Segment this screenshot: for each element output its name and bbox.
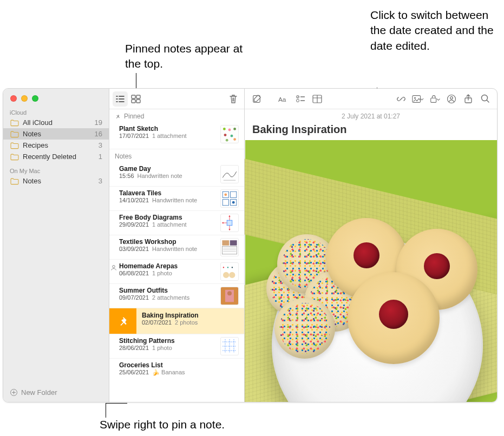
note-row[interactable]: Homemade Arepas 06/08/20211 photo ●●●	[109, 260, 244, 284]
note-date: 14/10/2021	[119, 197, 149, 203]
folder-icon	[10, 177, 19, 185]
note-snippet: 🍌 Bananas	[152, 369, 185, 376]
note-row-pinned[interactable]: Plant Sketch 17/07/20211 attachment	[109, 122, 244, 149]
note-row[interactable]: Stitching Patterns 28/06/20211 photo	[109, 334, 244, 359]
table-button[interactable]	[310, 91, 325, 107]
note-image[interactable]	[245, 140, 497, 402]
svg-point-39	[227, 291, 232, 295]
sidebar-item-count: 16	[95, 130, 102, 138]
note-thumbnail	[220, 165, 239, 183]
callout-swipe: Swipe right to pin a note.	[100, 417, 225, 432]
note-date: 28/06/2021	[119, 345, 149, 351]
gallery-view-icon	[131, 95, 141, 103]
note-row[interactable]: Free Body Diagrams 29/09/20211 attachmen…	[109, 211, 244, 235]
note-date: 06/08/2021	[119, 270, 149, 276]
note-date: 03/09/2021	[119, 246, 149, 252]
pin-icon	[115, 114, 121, 120]
plus-circle-icon	[10, 388, 18, 397]
search-button[interactable]	[477, 91, 493, 107]
svg-rect-28	[230, 240, 237, 246]
note-title: Plant Sketch	[119, 125, 217, 133]
format-button[interactable]: Aa	[276, 91, 291, 107]
svg-text:●: ●	[227, 266, 228, 269]
svg-point-35	[223, 272, 229, 278]
note-date: 25/06/2021	[119, 369, 149, 376]
callout-swipe-line	[106, 403, 106, 418]
sidebar-item-all-icloud[interactable]: All iCloud 19	[3, 117, 109, 128]
svg-rect-27	[222, 240, 229, 246]
pinned-section-label: Pinned	[124, 113, 144, 120]
media-button[interactable]	[410, 91, 426, 107]
sidebar-item-recently-deleted[interactable]: Recently Deleted 1	[3, 151, 109, 162]
lock-icon	[429, 94, 440, 104]
note-row[interactable]: Talavera Tiles 14/10/2021Handwritten not…	[109, 187, 244, 211]
note-snippet: Handwritten note	[138, 173, 182, 179]
compose-icon	[252, 94, 261, 104]
note-thumbnail	[220, 125, 239, 143]
svg-rect-3	[132, 100, 135, 103]
note-date: 17/07/2021	[119, 133, 149, 139]
folder-icon	[10, 119, 19, 127]
sidebar-item-local-notes[interactable]: Notes 3	[3, 175, 109, 187]
sidebar: iCloud All iCloud 19 Notes 16 Recipes 3 …	[3, 89, 109, 402]
note-row[interactable]: Groceries List 25/06/2021🍌 Bananas	[109, 359, 244, 379]
checklist-button[interactable]	[293, 91, 308, 107]
note-row[interactable]: Summer Outfits 09/07/20212 attachments	[109, 284, 244, 308]
link-note-button[interactable]	[394, 91, 409, 107]
svg-point-36	[229, 272, 235, 278]
note-snippet: 1 photo	[152, 345, 172, 351]
sidebar-item-notes[interactable]: Notes 16	[3, 128, 109, 140]
note-row[interactable]: Game Day 15:56Handwritten note	[109, 162, 244, 187]
note-snippet: Handwritten note	[152, 246, 197, 252]
pin-action-button[interactable]	[109, 308, 136, 334]
note-title: Free Body Diagrams	[119, 214, 217, 221]
svg-point-44	[297, 99, 299, 102]
note-snippet: 1 photo	[152, 270, 172, 276]
note-row-swiped[interactable]: Baking Inspiration 02/07/20212 photos	[109, 308, 244, 334]
svg-point-6	[223, 128, 226, 130]
note-thumbnail	[220, 238, 239, 256]
note-date: 02/07/2021	[142, 319, 172, 326]
note-title: Talavera Tiles	[119, 189, 217, 197]
folder-icon	[10, 142, 19, 149]
folder-icon	[10, 153, 19, 161]
note-thumbnail	[220, 337, 239, 355]
sidebar-item-label: Notes	[23, 130, 41, 138]
delete-note-button[interactable]	[226, 91, 241, 107]
share-button[interactable]	[461, 91, 476, 107]
note-thumbnail	[220, 214, 239, 232]
pinned-section-header: Pinned	[109, 109, 244, 122]
note-thumbnail	[220, 287, 239, 305]
lock-button[interactable]	[427, 91, 442, 107]
notes-window: iCloud All iCloud 19 Notes 16 Recipes 3 …	[3, 88, 498, 402]
new-folder-button[interactable]: New Folder	[3, 383, 109, 402]
search-icon	[481, 94, 490, 103]
svg-text:●: ●	[222, 266, 224, 269]
zoom-window-button[interactable]	[32, 95, 38, 102]
callout-date-switch: Click to switch between the date created…	[370, 8, 500, 54]
sidebar-item-recipes[interactable]: Recipes 3	[3, 140, 109, 151]
notes-section-label: Notes	[115, 153, 132, 160]
svg-rect-14	[221, 190, 238, 207]
new-note-button[interactable]	[249, 91, 264, 107]
note-row[interactable]: Textiles Workshop 03/09/2021Handwritten …	[109, 235, 244, 260]
svg-point-19	[224, 193, 227, 196]
collaborate-button[interactable]	[444, 91, 459, 107]
note-content-pane: Aa 2 July 2021 at 01:27 Baking Inspirati…	[245, 89, 497, 402]
gallery-view-button[interactable]	[128, 91, 143, 107]
svg-text:Aa: Aa	[278, 95, 286, 103]
note-date-line[interactable]: 2 July 2021 at 01:27	[245, 109, 497, 121]
note-thumbnail: ●●●	[220, 262, 239, 281]
note-snippet: 1 attachment	[152, 133, 187, 139]
format-icon: Aa	[278, 95, 289, 103]
svg-rect-48	[431, 98, 436, 102]
note-thumbnail	[220, 189, 239, 208]
sidebar-item-label: Notes	[23, 177, 41, 185]
list-view-button[interactable]	[113, 91, 128, 107]
minimize-window-button[interactable]	[21, 95, 28, 102]
note-title: Game Day	[119, 165, 217, 173]
shared-icon	[110, 265, 117, 271]
note-title-heading[interactable]: Baking Inspiration	[245, 121, 497, 140]
svg-point-43	[297, 95, 299, 98]
close-window-button[interactable]	[10, 95, 17, 102]
